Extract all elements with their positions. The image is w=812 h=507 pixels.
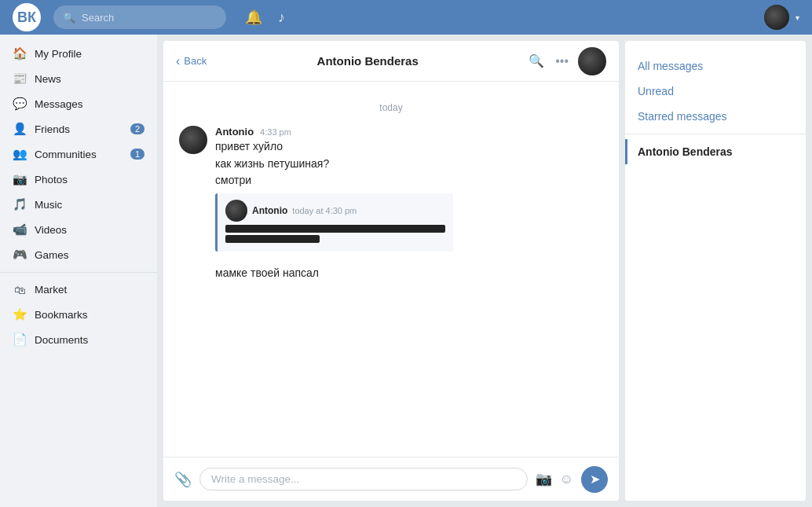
home-icon: 🏠: [13, 46, 27, 61]
search-input[interactable]: [82, 12, 217, 24]
more-options-icon[interactable]: •••: [555, 54, 569, 68]
message-line: как жизнь петушиная?: [215, 156, 453, 172]
sidebar-item-photos[interactable]: 📷 Photos: [0, 167, 157, 192]
sidebar-item-documents[interactable]: 📄 Documents: [0, 327, 157, 352]
sidebar-item-label: My Profile: [35, 48, 144, 60]
message-content: мамке твоей напсал: [215, 266, 319, 283]
sidebar-item-videos[interactable]: 📹 Videos: [0, 217, 157, 242]
message-line: мамке твоей напсал: [215, 266, 319, 281]
emoji-icon[interactable]: ☺: [560, 472, 573, 487]
camera-icon[interactable]: 📷: [536, 471, 552, 487]
sidebar-item-label: Music: [35, 199, 144, 211]
quoted-message: Antonio today at 4:30 pm: [215, 193, 453, 252]
chat-area: ‹ Back Antonio Benderas 🔍 ••• today Anto…: [163, 41, 619, 501]
table-row: мамке твоей напсал: [179, 266, 603, 283]
back-label: Back: [184, 55, 207, 67]
send-button[interactable]: ➤: [581, 466, 608, 493]
search-bar[interactable]: 🔍: [53, 6, 226, 29]
unread-link[interactable]: Unread: [625, 79, 806, 104]
chevron-down-icon[interactable]: ▾: [796, 13, 799, 22]
music-icon: 🎵: [13, 197, 27, 211]
redacted-content: [225, 235, 320, 243]
communities-badge: 1: [130, 149, 144, 160]
bookmarks-icon: ⭐: [13, 307, 27, 321]
music-icon[interactable]: ♪: [278, 9, 285, 26]
quoted-sender: Antonio: [252, 205, 287, 216]
documents-icon: 📄: [13, 332, 27, 347]
search-chat-icon[interactable]: 🔍: [529, 53, 544, 68]
sidebar-item-friends[interactable]: 👤 Friends 2: [0, 116, 157, 141]
main-layout: 🏠 My Profile 📰 News 💬 Messages 👤 Friends…: [0, 35, 812, 507]
quoted-avatar: [225, 200, 247, 222]
sidebar-item-profile[interactable]: 🏠 My Profile: [0, 41, 157, 66]
chat-input-area: 📎 📷 ☺ ➤: [163, 457, 619, 501]
sidebar-item-games[interactable]: 🎮 Games: [0, 242, 157, 267]
sidebar-item-label: News: [35, 73, 144, 85]
avatar: [179, 126, 207, 154]
vk-logo[interactable]: ВК: [13, 3, 41, 31]
sidebar-item-label: Videos: [35, 224, 144, 236]
search-icon: 🔍: [63, 12, 75, 24]
photos-icon: 📷: [13, 172, 27, 186]
message-header: Antonio 4:33 pm: [215, 126, 453, 138]
market-icon: 🛍: [13, 283, 27, 296]
starred-messages-link[interactable]: Starred messages: [625, 104, 806, 129]
header-icons: 🔔 ♪: [245, 9, 285, 26]
redacted-content: [225, 225, 445, 233]
right-panel-divider: [625, 134, 806, 134]
sidebar-item-label: Bookmarks: [35, 309, 144, 321]
message-sender: Antonio: [215, 126, 254, 138]
videos-icon: 📹: [13, 222, 27, 237]
sidebar-item-communities[interactable]: 👥 Communities 1: [0, 141, 157, 167]
back-chevron-icon: ‹: [176, 54, 180, 68]
right-panel: All messages Unread Starred messages Ant…: [625, 41, 806, 501]
messages-container: today Antonio 4:33 pm привет хуйло как ж…: [163, 82, 619, 457]
sidebar-item-label: Friends: [35, 123, 123, 135]
sidebar-item-label: Messages: [35, 98, 144, 110]
friends-badge: 2: [130, 123, 144, 134]
table-row: Antonio 4:33 pm привет хуйло как жизнь п…: [179, 126, 603, 256]
sidebar-item-label: Photos: [35, 174, 144, 186]
chat-header-icons: 🔍 •••: [529, 53, 569, 68]
games-icon: 🎮: [13, 248, 27, 262]
message-time: 4:33 pm: [260, 127, 291, 137]
sidebar-item-label: Market: [35, 284, 144, 296]
avatar[interactable]: [764, 5, 789, 30]
quoted-header: Antonio today at 4:30 pm: [225, 200, 445, 222]
attach-icon[interactable]: 📎: [174, 471, 192, 488]
all-messages-link[interactable]: All messages: [625, 53, 806, 79]
news-icon: 📰: [13, 72, 27, 86]
friends-icon: 👤: [13, 122, 27, 136]
header-right: ▾: [764, 5, 799, 30]
communities-icon: 👥: [13, 147, 27, 161]
chat-header: ‹ Back Antonio Benderas 🔍 •••: [163, 41, 619, 82]
sidebar-item-label: Documents: [35, 334, 144, 346]
notifications-icon[interactable]: 🔔: [245, 9, 262, 26]
sidebar-item-label: Games: [35, 249, 144, 261]
app-header: ВК 🔍 🔔 ♪ ▾: [0, 0, 812, 35]
quoted-time: today at 4:30 pm: [292, 206, 357, 215]
sidebar-item-messages[interactable]: 💬 Messages: [0, 91, 157, 116]
date-divider: today: [179, 102, 603, 113]
message-line: привет хуйло: [215, 139, 453, 155]
sidebar-item-label: Communities: [35, 149, 123, 160]
sidebar-item-news[interactable]: 📰 News: [0, 66, 157, 91]
back-button[interactable]: ‹ Back: [176, 54, 207, 68]
chat-title: Antonio Benderas: [216, 54, 519, 68]
sidebar: 🏠 My Profile 📰 News 💬 Messages 👤 Friends…: [0, 35, 157, 507]
sidebar-divider: [0, 272, 157, 273]
message-input[interactable]: [199, 468, 528, 490]
message-line: смотри: [215, 173, 453, 189]
message-content: Antonio 4:33 pm привет хуйло как жизнь п…: [215, 126, 453, 256]
message-text: мамке твоей напсал: [215, 266, 319, 281]
sidebar-item-bookmarks[interactable]: ⭐ Bookmarks: [0, 302, 157, 327]
active-contact-item[interactable]: Antonio Benderas: [625, 139, 806, 164]
chat-contact-avatar[interactable]: [578, 47, 606, 75]
sidebar-item-music[interactable]: 🎵 Music: [0, 192, 157, 217]
sidebar-item-market[interactable]: 🛍 Market: [0, 277, 157, 302]
messages-icon: 💬: [13, 97, 27, 111]
message-text: привет хуйло как жизнь петушиная? смотри: [215, 139, 453, 189]
